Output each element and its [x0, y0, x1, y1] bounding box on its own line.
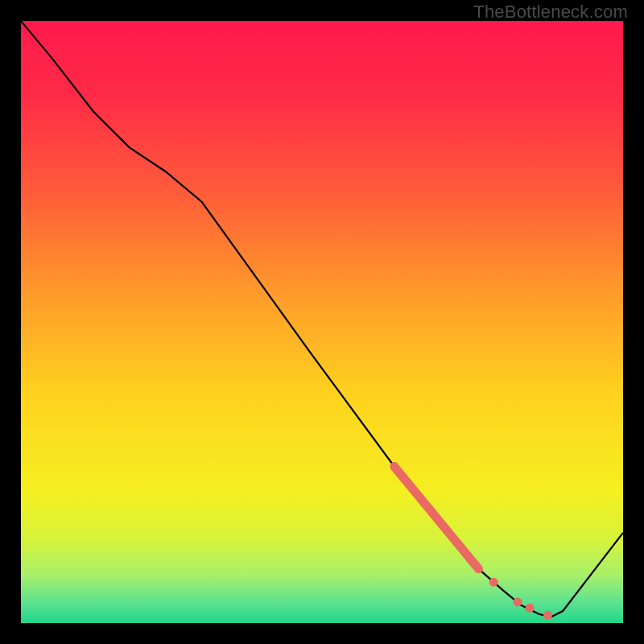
chart-frame: TheBottleneck.com: [0, 0, 644, 644]
dot-4: [543, 611, 552, 620]
dot-3: [526, 604, 535, 613]
bottleneck-curve-chart: [21, 21, 623, 623]
plot-area: [21, 21, 623, 623]
dot-1: [489, 578, 498, 587]
watermark-text: TheBottleneck.com: [473, 2, 628, 23]
dot-2: [514, 597, 522, 606]
gradient-background: [21, 21, 623, 623]
